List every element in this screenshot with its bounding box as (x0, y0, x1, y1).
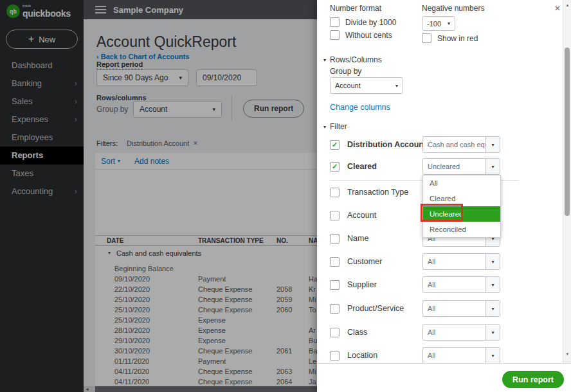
number-format-title: Number format (330, 4, 381, 13)
vertical-scrollbar[interactable]: ▲ ▼ (563, 0, 571, 363)
checkbox-location[interactable] (330, 351, 340, 361)
checkbox-product-service[interactable] (330, 304, 340, 314)
annotation-highlight-box (421, 204, 463, 222)
checkbox-distribution-account[interactable] (330, 140, 340, 150)
rows-columns-section-header[interactable]: ▾ Rows/Columns (323, 55, 382, 64)
chevron-down-icon[interactable]: ▾ (485, 159, 500, 174)
customer-combo[interactable]: All ▾ (422, 253, 500, 270)
negative-numbers-title: Negative numbers (422, 4, 484, 13)
vertical-scrollbar-thumb[interactable] (565, 48, 570, 216)
customize-report-panel: ✕ Number format Divide by 1000 Without c… (317, 0, 571, 392)
close-icon[interactable]: ✕ (554, 4, 561, 13)
filter-row-product-service: Product/Service All ▾ (330, 300, 558, 317)
checkbox-divide-by-1000[interactable] (330, 17, 340, 27)
quickbooks-app: qb intuit quickbooks + New Dashboard Ban… (0, 0, 571, 392)
chevron-down-icon[interactable]: ▾ (485, 277, 500, 292)
checkbox-supplier[interactable] (330, 280, 340, 290)
scroll-down-icon[interactable]: ▼ (563, 352, 571, 356)
modal-dim-overlay (0, 0, 317, 392)
chevron-down-icon: ▾ (448, 21, 450, 26)
checkbox-cleared[interactable] (330, 162, 340, 172)
checkbox-customer[interactable] (330, 257, 340, 267)
class-combo[interactable]: All ▾ (422, 324, 500, 341)
panel-group-by-select[interactable]: Account ▾ (330, 77, 403, 94)
filter-section-header[interactable]: ▾ Filter (323, 122, 347, 131)
filter-row-class: Class All ▾ (330, 324, 558, 341)
cleared-combo[interactable]: Uncleared ▾ (422, 158, 500, 175)
checkbox-without-cents[interactable] (330, 30, 340, 40)
filter-row-supplier: Supplier All ▾ (330, 276, 558, 293)
chevron-down-icon[interactable]: ▾ (485, 301, 500, 316)
filter-row-cleared: Cleared Uncleared ▾ (330, 158, 558, 175)
checkbox-account[interactable] (330, 211, 340, 220)
collapse-triangle-icon: ▾ (323, 124, 326, 130)
chevron-down-icon[interactable]: ▾ (485, 137, 500, 152)
panel-group-by-label: Group by (330, 67, 361, 76)
checkbox-transaction-type[interactable] (330, 188, 340, 197)
run-report-button[interactable]: Run report (502, 371, 564, 388)
location-combo[interactable]: All ▾ (422, 347, 500, 364)
negative-format-select[interactable]: -100 ▾ (422, 16, 455, 31)
without-cents-option[interactable]: Without cents (330, 30, 392, 40)
collapse-triangle-icon: ▾ (323, 57, 326, 63)
checkbox-name[interactable] (330, 234, 340, 244)
chevron-down-icon[interactable]: ▾ (485, 348, 500, 363)
filter-row-location: Location All ▾ (330, 347, 558, 364)
menu-option-reconciled[interactable]: Reconciled (423, 222, 500, 237)
checkbox-class[interactable] (330, 328, 340, 337)
show-in-red-option[interactable]: Show in red (422, 33, 478, 43)
scroll-up-icon[interactable]: ▲ (563, 3, 571, 7)
product-service-combo[interactable]: All ▾ (422, 300, 500, 317)
menu-option-all[interactable]: All (423, 175, 500, 191)
distribution-account-combo[interactable]: Cash and cash equiva ▾ (422, 136, 500, 153)
divide-by-1000-option[interactable]: Divide by 1000 (330, 17, 396, 27)
change-columns-link[interactable]: Change columns (330, 103, 390, 112)
panel-footer: Run report (317, 363, 571, 392)
checkbox-show-in-red[interactable] (422, 33, 431, 43)
filter-row-customer: Customer All ▾ (330, 253, 558, 270)
chevron-down-icon[interactable]: ▾ (485, 254, 500, 269)
filter-row-distribution-account: Distribution Account Cash and cash equiv… (330, 136, 558, 153)
supplier-combo[interactable]: All ▾ (422, 276, 500, 293)
chevron-down-icon[interactable]: ▾ (485, 325, 500, 340)
chevron-down-icon: ▾ (395, 83, 398, 89)
